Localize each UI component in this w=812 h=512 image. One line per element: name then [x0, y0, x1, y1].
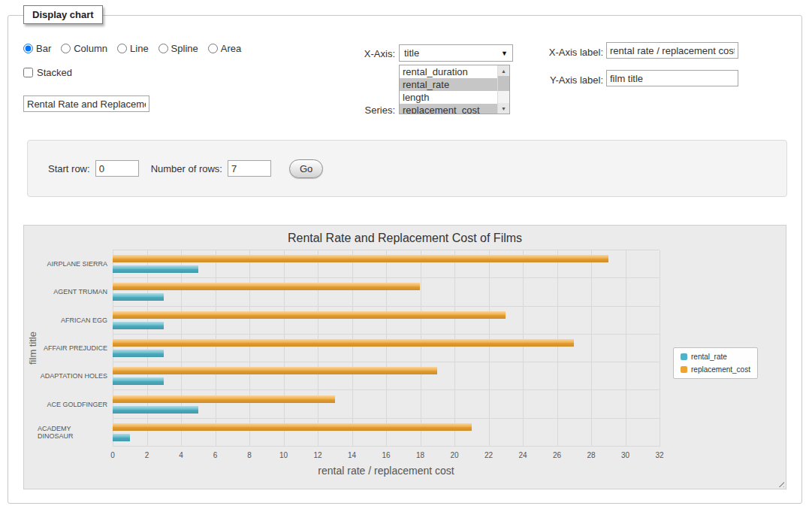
- bar-rental_rate: [113, 377, 164, 385]
- x-tick-label: 2: [145, 451, 149, 459]
- listbox-scrollbar[interactable]: ▲ ▼: [497, 65, 509, 114]
- start-row-label: Start row:: [48, 163, 90, 174]
- chart-type-option-bar[interactable]: Bar: [23, 43, 51, 54]
- x-tick-label: 14: [348, 451, 356, 459]
- x-axis-label-input[interactable]: [606, 42, 738, 59]
- start-row-input[interactable]: [95, 160, 139, 177]
- y-category-label: AIRPLANE SIERRA: [38, 250, 113, 277]
- plot-area: [113, 250, 660, 447]
- category-band: [113, 307, 660, 335]
- y-category-label: AGENT TRUMAN: [38, 277, 113, 305]
- stacked-label: Stacked: [37, 67, 72, 78]
- x-tick-label: 4: [179, 451, 183, 459]
- number-of-rows-label: Number of rows:: [151, 163, 222, 174]
- go-button[interactable]: Go: [289, 159, 323, 178]
- chart-type-radio-column[interactable]: [61, 44, 71, 53]
- x-tick-label: 32: [655, 451, 663, 459]
- chart-x-axis-title: rental rate / replacement cost: [113, 465, 660, 477]
- x-axis-selected-value: title: [404, 47, 419, 59]
- category-band: [113, 278, 660, 306]
- chart-title-input[interactable]: [23, 95, 149, 112]
- y-axis-label-input[interactable]: [606, 70, 738, 86]
- x-tick-label: 30: [621, 451, 629, 459]
- x-tick-label: 6: [213, 451, 218, 459]
- bar-replacement_cost: [113, 283, 420, 290]
- x-tick-label: 16: [382, 451, 390, 459]
- x-tick-label: 10: [279, 451, 288, 459]
- x-tick-label: 0: [110, 451, 115, 459]
- y-category-label: AFFAIR PREJUDICE: [38, 334, 113, 362]
- y-category-label: ACE GOLDFINGER: [38, 390, 113, 418]
- y-category-label: ADAPTATION HOLES: [38, 362, 113, 390]
- chart-type-radio-spline[interactable]: [158, 44, 168, 53]
- stacked-checkbox-row[interactable]: Stacked: [23, 67, 72, 78]
- chart-title: Rental Rate and Replacement Cost of Film…: [24, 232, 786, 245]
- legend-label: rental_rate: [691, 353, 727, 361]
- chart-type-radio-bar[interactable]: [23, 44, 33, 53]
- bar-rental_rate: [113, 293, 164, 301]
- panel-title: Display chart: [23, 5, 103, 24]
- x-axis-select-label: X-Axis:: [324, 48, 395, 59]
- bar-rental_rate: [113, 350, 164, 357]
- chart-type-option-column[interactable]: Column: [61, 43, 107, 54]
- chart-type-option-line[interactable]: Line: [117, 43, 149, 54]
- chart-type-option-label: Area: [221, 43, 241, 54]
- bar-replacement_cost: [113, 255, 608, 262]
- bar-replacement_cost: [113, 423, 472, 431]
- series-listbox[interactable]: rental_durationrental_ratelengthreplacem…: [399, 65, 510, 114]
- stacked-checkbox[interactable]: [23, 68, 33, 77]
- category-band: [113, 390, 660, 418]
- x-tick-label: 22: [484, 451, 493, 459]
- x-tick-label: 8: [247, 451, 252, 459]
- x-tick-label: 24: [518, 451, 527, 459]
- y-category-labels: AIRPLANE SIERRAAGENT TRUMANAFRICAN EGGAF…: [38, 250, 113, 447]
- chart-type-radio-group: BarColumnLineSplineArea: [23, 43, 241, 54]
- x-tick-label: 20: [450, 451, 458, 459]
- legend-swatch-icon: [681, 353, 687, 360]
- y-category-label: ACADEMY DINOSAUR: [38, 419, 113, 447]
- chart-type-option-label: Spline: [171, 43, 198, 54]
- x-tick-label: 28: [587, 451, 595, 459]
- bar-replacement_cost: [113, 311, 506, 319]
- bar-replacement_cost: [113, 367, 437, 374]
- legend-item-replacement_cost[interactable]: replacement_cost: [681, 365, 750, 374]
- chart-type-option-label: Line: [130, 43, 149, 54]
- series-option-replacement_cost[interactable]: replacement_cost: [400, 104, 497, 114]
- chart-type-option-area[interactable]: Area: [208, 43, 241, 54]
- series-option-length[interactable]: length: [400, 91, 497, 104]
- bar-rental_rate: [113, 406, 198, 414]
- series-listbox-label: Series:: [324, 105, 395, 116]
- y-category-label: AFRICAN EGG: [38, 306, 113, 334]
- bar-replacement_cost: [113, 395, 335, 403]
- bar-rental_rate: [113, 322, 164, 329]
- chart-container: Rental Rate and Replacement Cost of Film…: [23, 225, 786, 489]
- category-band: [113, 362, 660, 390]
- x-tick-label: 18: [416, 451, 424, 459]
- chart-type-option-spline[interactable]: Spline: [158, 43, 198, 54]
- display-chart-panel: Display chart BarColumnLineSplineArea St…: [8, 15, 802, 504]
- chart-type-radio-line[interactable]: [117, 44, 127, 53]
- scroll-down-icon[interactable]: ▼: [498, 103, 509, 114]
- legend-item-rental_rate[interactable]: rental_rate: [681, 353, 750, 361]
- legend-swatch-icon: [681, 366, 687, 373]
- rows-panel: Start row: Number of rows: Go: [27, 140, 787, 197]
- gridline: [660, 250, 660, 447]
- x-tick-label: 12: [313, 451, 321, 459]
- chart-legend: rental_ratereplacement_cost: [673, 347, 758, 379]
- chart-type-option-label: Column: [74, 43, 107, 54]
- bar-rental_rate: [113, 434, 130, 441]
- category-band: [113, 250, 660, 278]
- chart-type-option-label: Bar: [36, 43, 51, 54]
- category-band: [113, 419, 660, 447]
- x-axis-label-label: X-Axis label:: [474, 47, 603, 58]
- x-axis-ticks: 02468101214161820222426283032: [113, 451, 660, 460]
- x-tick-label: 26: [553, 451, 561, 459]
- y-axis-label-label: Y-Axis label:: [474, 74, 603, 86]
- resize-handle-icon[interactable]: [776, 479, 784, 487]
- bar-replacement_cost: [113, 339, 574, 347]
- chart-type-radio-area[interactable]: [208, 44, 218, 53]
- number-of-rows-input[interactable]: [228, 160, 271, 177]
- legend-label: replacement_cost: [691, 365, 750, 374]
- bar-rental_rate: [113, 265, 198, 273]
- category-band: [113, 335, 660, 362]
